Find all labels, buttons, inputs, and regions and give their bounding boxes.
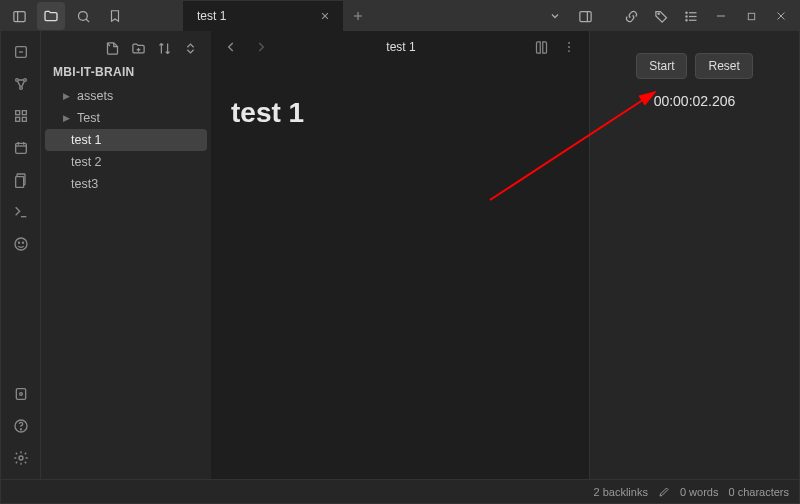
bookmark-icon[interactable] [101, 2, 129, 30]
breadcrumb[interactable]: test 1 [277, 40, 525, 54]
panel-left-icon[interactable] [5, 2, 33, 30]
svg-rect-27 [15, 117, 19, 121]
panel-right-icon[interactable] [571, 2, 599, 30]
collapse-icon[interactable] [179, 37, 201, 59]
timer-display: 00:00:02.206 [654, 93, 736, 109]
vault-name[interactable]: MBI-IT-BRAIN [41, 63, 211, 85]
file-item[interactable]: test 2 [45, 151, 207, 173]
nav-back-icon[interactable] [219, 35, 243, 59]
outline-icon[interactable] [677, 2, 705, 30]
svg-point-37 [18, 242, 19, 243]
svg-point-43 [19, 456, 23, 460]
svg-rect-26 [22, 111, 26, 115]
editor-header: test 1 [211, 31, 589, 63]
svg-point-24 [19, 87, 22, 90]
command-icon[interactable] [6, 197, 36, 227]
svg-rect-8 [579, 11, 590, 21]
close-icon[interactable] [317, 8, 333, 24]
word-count[interactable]: 0 words [680, 486, 719, 498]
folder-icon[interactable] [37, 2, 65, 30]
editor: test 1 test 1 [211, 31, 589, 479]
file-item[interactable]: test3 [45, 173, 207, 195]
status-bar: 2 backlinks 0 words 0 characters [1, 479, 799, 503]
svg-rect-29 [15, 143, 26, 153]
svg-rect-0 [13, 11, 24, 21]
main: MBI-IT-BRAIN ▶assets ▶Test test 1 test 2… [1, 31, 799, 479]
svg-point-47 [568, 46, 570, 48]
svg-point-40 [19, 393, 22, 396]
canvas-icon[interactable] [6, 101, 36, 131]
settings-icon[interactable] [6, 443, 36, 473]
new-tab-button[interactable] [343, 1, 373, 31]
svg-point-48 [568, 50, 570, 52]
quick-switcher-icon[interactable] [6, 37, 36, 67]
tab-active[interactable]: test 1 [183, 1, 343, 31]
tab-title: test 1 [197, 9, 226, 23]
svg-rect-25 [15, 111, 19, 115]
svg-rect-18 [748, 13, 754, 19]
pencil-icon[interactable] [658, 486, 670, 498]
note-body[interactable]: test 1 [211, 63, 589, 163]
minimize-icon[interactable] [707, 2, 735, 30]
tag-icon[interactable] [647, 2, 675, 30]
new-folder-icon[interactable] [127, 37, 149, 59]
daily-note-icon[interactable] [6, 133, 36, 163]
reading-mode-icon[interactable] [529, 35, 553, 59]
file-item-selected[interactable]: test 1 [45, 129, 207, 151]
chevron-right-icon: ▶ [61, 91, 71, 101]
window-close-icon[interactable] [767, 2, 795, 30]
titlebar: test 1 [1, 1, 799, 31]
note-title[interactable]: test 1 [231, 97, 569, 129]
link-icon[interactable] [617, 2, 645, 30]
activity-bar [1, 31, 41, 479]
more-icon[interactable] [557, 35, 581, 59]
file-tree: ▶assets ▶Test test 1 test 2 test3 [41, 85, 211, 195]
svg-point-14 [685, 12, 686, 13]
svg-point-46 [568, 42, 570, 44]
svg-rect-28 [22, 117, 26, 121]
svg-point-2 [78, 11, 87, 20]
svg-point-16 [685, 19, 686, 20]
folder-item[interactable]: ▶Test [45, 107, 207, 129]
right-pane: Start Reset 00:00:02.206 [589, 31, 799, 479]
svg-point-36 [15, 238, 27, 250]
help-icon[interactable] [6, 411, 36, 441]
svg-point-38 [22, 242, 23, 243]
svg-point-15 [685, 15, 686, 16]
sort-icon[interactable] [153, 37, 175, 59]
backlinks-count[interactable]: 2 backlinks [594, 486, 648, 498]
svg-line-3 [86, 19, 89, 22]
char-count[interactable]: 0 characters [728, 486, 789, 498]
chevron-right-icon: ▶ [61, 113, 71, 123]
maximize-icon[interactable] [737, 2, 765, 30]
start-button[interactable]: Start [636, 53, 687, 79]
svg-rect-34 [15, 177, 23, 188]
svg-point-42 [20, 429, 21, 430]
search-icon[interactable] [69, 2, 97, 30]
nav-forward-icon[interactable] [249, 35, 273, 59]
folder-item[interactable]: ▶assets [45, 85, 207, 107]
reset-button[interactable]: Reset [695, 53, 752, 79]
emoji-icon[interactable] [6, 229, 36, 259]
new-note-icon[interactable] [101, 37, 123, 59]
svg-rect-39 [16, 389, 25, 400]
svg-point-22 [15, 79, 18, 82]
templates-icon[interactable] [6, 165, 36, 195]
svg-point-23 [23, 79, 26, 82]
explorer-sidebar: MBI-IT-BRAIN ▶assets ▶Test test 1 test 2… [41, 31, 211, 479]
graph-icon[interactable] [6, 69, 36, 99]
tabbar: test 1 [183, 1, 373, 31]
chevron-down-icon[interactable] [541, 2, 569, 30]
svg-point-10 [658, 13, 659, 14]
vault-icon[interactable] [6, 379, 36, 409]
